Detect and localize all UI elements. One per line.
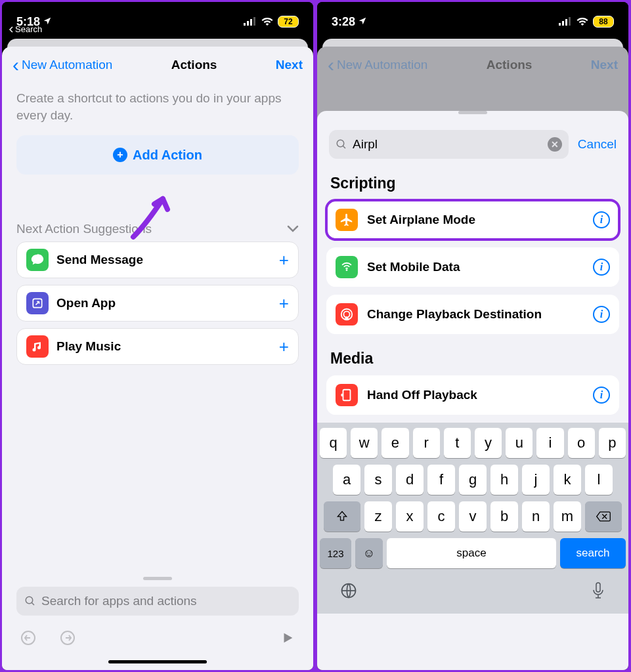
search-box[interactable]: ✕ [329,130,569,159]
key-l[interactable]: l [585,465,613,495]
search-input[interactable] [353,137,542,152]
key-z[interactable]: z [364,501,392,532]
add-icon[interactable]: + [279,293,289,314]
key-search[interactable]: search [560,538,626,568]
key-a[interactable]: a [333,465,360,495]
key-u[interactable]: u [506,428,533,458]
key-backspace[interactable] [585,501,622,532]
key-s[interactable]: s [364,465,392,495]
key-m[interactable]: m [554,501,581,532]
result-change-playback-destination[interactable]: Change Playback Destination i [326,295,619,334]
search-modal: ✕ Cancel Scripting Set Airplane Mode i [317,111,628,670]
key-p[interactable]: p [599,428,626,458]
wifi-icon [576,15,589,29]
info-icon[interactable]: i [593,259,610,276]
key-q[interactable]: q [320,428,347,458]
key-f[interactable]: f [427,465,455,495]
svg-point-13 [346,269,348,271]
key-t[interactable]: t [444,428,471,458]
chevron-left-icon: ‹ [12,55,19,75]
toolbar [2,621,313,658]
key-x[interactable]: x [396,501,424,532]
key-i[interactable]: i [536,428,563,458]
clear-icon[interactable]: ✕ [548,137,562,152]
section-media-header: Media [317,342,628,375]
chevron-down-icon [287,222,299,236]
home-indicator[interactable] [108,660,207,663]
search-icon [336,138,347,150]
mic-icon[interactable] [590,581,606,604]
chevron-left-icon: ‹ [328,55,334,75]
undo-icon[interactable] [20,630,36,648]
back-to-search[interactable]: Search [9,24,42,34]
svg-point-12 [337,140,344,147]
sheet-grabber[interactable] [143,577,172,580]
key-n[interactable]: n [522,501,550,532]
actions-sheet-dimmed: ‹ New Automation Actions Next ✕ Cancel S… [317,47,628,670]
key-o[interactable]: o [568,428,595,458]
nav-back[interactable]: ‹ New Automation [12,55,112,75]
add-icon[interactable]: + [279,337,289,357]
nav-bar: ‹ New Automation Actions Next [2,47,313,83]
svg-rect-2 [250,19,252,26]
key-numbers[interactable]: 123 [320,538,351,568]
key-emoji[interactable]: ☺ [355,538,383,568]
message-icon [26,249,49,271]
location-icon [358,16,367,28]
key-d[interactable]: d [396,465,424,495]
key-h[interactable]: h [490,465,518,495]
status-bar: 5:18 72 [2,2,313,39]
key-shift[interactable] [324,501,360,532]
info-icon[interactable]: i [593,211,610,228]
result-hand-off-playback[interactable]: Hand Off Playback i [326,375,619,415]
handoff-icon [336,384,358,406]
key-r[interactable]: r [413,428,440,458]
status-bar: 3:28 88 [317,2,628,39]
status-time: 3:28 [332,15,355,29]
cellular-icon [336,256,358,278]
suggestion-open-app[interactable]: Open App + [16,285,299,322]
bottom-search-sheet: Search for apps and actions [2,570,313,670]
suggestion-send-message[interactable]: Send Message + [16,242,299,278]
svg-rect-10 [565,19,567,26]
actions-sheet: ‹ New Automation Actions Next Create a s… [2,47,313,670]
globe-icon[interactable] [339,581,358,604]
search-icon [24,595,36,607]
wifi-icon [261,15,274,29]
open-app-icon [26,292,49,314]
svg-rect-18 [596,583,600,592]
key-b[interactable]: b [490,501,518,532]
nav-back[interactable]: ‹ New Automation [328,55,427,75]
key-space[interactable]: space [387,538,556,568]
key-k[interactable]: k [554,465,581,495]
key-w[interactable]: w [351,428,378,458]
result-set-airplane-mode[interactable]: Set Airplane Mode i [326,200,619,240]
key-v[interactable]: v [459,501,487,532]
svg-rect-1 [247,21,249,26]
nav-next[interactable]: Next [276,58,303,72]
info-icon[interactable]: i [593,306,610,323]
add-icon[interactable]: + [279,250,289,270]
suggestion-play-music[interactable]: Play Music + [16,328,299,365]
svg-rect-11 [569,17,571,26]
search-input[interactable]: Search for apps and actions [16,587,299,616]
nav-next[interactable]: Next [591,58,618,72]
result-set-mobile-data[interactable]: Set Mobile Data i [326,247,619,287]
svg-rect-8 [559,23,561,26]
music-icon [26,335,49,358]
add-action-button[interactable]: + Add Action [16,135,299,175]
play-icon[interactable] [280,631,295,648]
key-e[interactable]: e [381,428,408,458]
key-g[interactable]: g [459,465,487,495]
info-icon[interactable]: i [593,387,610,404]
key-c[interactable]: c [427,501,455,532]
key-y[interactable]: y [475,428,502,458]
svg-rect-3 [253,17,255,26]
signal-icon [559,15,572,29]
cancel-button[interactable]: Cancel [578,137,617,152]
sheet-grabber[interactable] [458,111,487,114]
intro-text: Create a shortcut to actions you do in y… [2,83,313,135]
key-j[interactable]: j [522,465,550,495]
redo-icon[interactable] [60,630,76,648]
battery-indicator: 88 [593,16,614,28]
